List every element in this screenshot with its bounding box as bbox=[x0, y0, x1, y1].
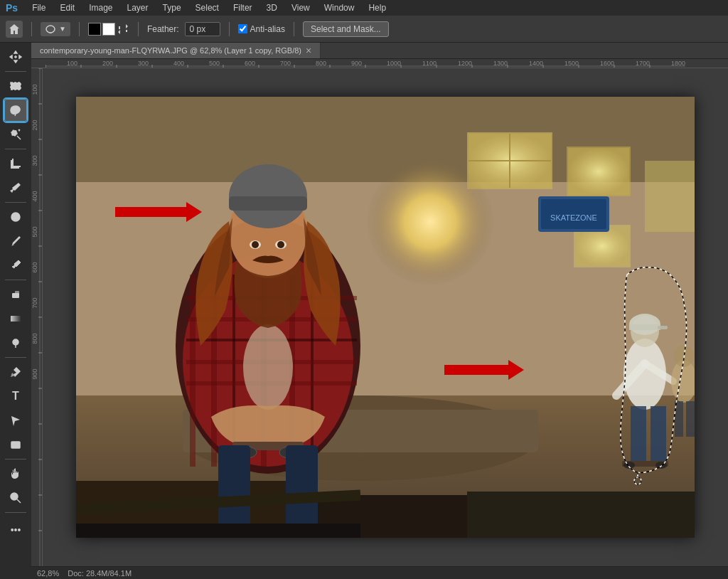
svg-text:200: 200 bbox=[102, 60, 113, 67]
healing-brush-tool-button[interactable] bbox=[4, 206, 27, 228]
svg-point-116 bbox=[243, 324, 293, 410]
tool-separator-1 bbox=[5, 71, 26, 72]
brush-tool-button[interactable] bbox=[4, 230, 27, 253]
tool-separator-3 bbox=[5, 202, 26, 203]
svg-text:1800: 1800 bbox=[671, 60, 685, 67]
tab-bar: contemporary-young-man-FLQYRWA.JPG @ 62,… bbox=[31, 43, 728, 59]
document-tab[interactable]: contemporary-young-man-FLQYRWA.JPG @ 62,… bbox=[31, 43, 321, 58]
svg-text:1200: 1200 bbox=[458, 60, 472, 67]
svg-rect-10 bbox=[11, 316, 21, 322]
svg-point-11 bbox=[13, 339, 18, 345]
menu-help[interactable]: Help bbox=[365, 1, 389, 14]
svg-rect-89 bbox=[568, 148, 629, 195]
menu-view[interactable]: View bbox=[289, 1, 313, 14]
move-tool-button[interactable] bbox=[4, 46, 27, 68]
tool-separator-6 bbox=[5, 459, 26, 460]
foreground-swatch[interactable] bbox=[88, 23, 101, 36]
feather-input[interactable] bbox=[185, 22, 220, 36]
svg-line-3 bbox=[17, 136, 21, 139]
doc-info: Doc: 28.4M/84.1M bbox=[68, 569, 132, 578]
home-button[interactable] bbox=[6, 21, 23, 38]
svg-rect-135 bbox=[658, 326, 668, 329]
svg-text:700: 700 bbox=[280, 60, 291, 67]
red-arrow-left bbox=[115, 202, 202, 222]
svg-text:400: 400 bbox=[173, 60, 184, 67]
svg-text:1100: 1100 bbox=[422, 60, 437, 67]
color-swatches bbox=[88, 23, 129, 36]
menu-window[interactable]: Window bbox=[321, 1, 358, 14]
tab-filename: contemporary-young-man-FLQYRWA.JPG @ 62,… bbox=[40, 46, 301, 55]
more-tools-button[interactable]: ••• bbox=[4, 519, 27, 541]
lasso-tool-button[interactable] bbox=[4, 99, 27, 122]
clone-stamp-tool-button[interactable] bbox=[4, 254, 27, 277]
svg-text:800: 800 bbox=[316, 60, 326, 67]
svg-rect-91 bbox=[575, 226, 629, 266]
svg-point-145 bbox=[623, 462, 635, 469]
svg-line-15 bbox=[17, 499, 21, 503]
canvas-viewport[interactable]: SKATEZONE bbox=[43, 68, 728, 566]
tool-separator-2 bbox=[5, 149, 26, 149]
type-tool-button[interactable]: T bbox=[4, 385, 27, 408]
shape-tool-button[interactable] bbox=[4, 433, 27, 456]
antialias-option[interactable]: Anti-alias bbox=[238, 24, 285, 34]
svg-text:100: 100 bbox=[31, 84, 38, 95]
svg-rect-143 bbox=[686, 401, 695, 437]
tool-separator-4 bbox=[5, 280, 26, 280]
svg-rect-129 bbox=[76, 524, 360, 538]
main-layout: T bbox=[0, 43, 728, 579]
svg-rect-92 bbox=[645, 161, 695, 232]
svg-text:600: 600 bbox=[31, 262, 38, 272]
svg-text:200: 200 bbox=[31, 119, 38, 130]
menu-edit[interactable]: Edit bbox=[57, 1, 77, 14]
svg-rect-105 bbox=[190, 275, 196, 467]
eyedropper-tool-button[interactable] bbox=[4, 176, 27, 199]
menu-filter[interactable]: Filter bbox=[230, 1, 255, 14]
zoom-tool-button[interactable] bbox=[4, 487, 27, 509]
tool-separator-7 bbox=[5, 512, 26, 513]
svg-text:500: 500 bbox=[209, 60, 220, 67]
menu-image[interactable]: Image bbox=[86, 1, 115, 14]
svg-text:300: 300 bbox=[31, 155, 38, 166]
pen-tool-button[interactable] bbox=[4, 361, 27, 383]
svg-point-126 bbox=[252, 241, 259, 248]
dodge-tool-button[interactable] bbox=[4, 331, 27, 354]
menu-file[interactable]: File bbox=[29, 1, 48, 14]
svg-text:1700: 1700 bbox=[636, 60, 650, 67]
ruler-horizontal: // generated in SVG text below 100 200 3… bbox=[31, 59, 728, 68]
svg-rect-8 bbox=[12, 293, 19, 298]
svg-text:100: 100 bbox=[67, 60, 77, 67]
close-tab-button[interactable]: × bbox=[306, 45, 311, 56]
svg-text:800: 800 bbox=[31, 333, 38, 344]
separator-1 bbox=[31, 22, 32, 36]
svg-text:600: 600 bbox=[245, 60, 255, 67]
hand-tool-button[interactable] bbox=[4, 462, 27, 485]
background-swatch[interactable] bbox=[102, 23, 115, 36]
select-and-mask-button[interactable]: Select and Mask... bbox=[303, 21, 389, 37]
options-bar: ▼ Feather: Anti-alias Select and Mask... bbox=[0, 16, 728, 43]
zoom-level: 62,8% bbox=[37, 569, 59, 578]
svg-text:1400: 1400 bbox=[529, 60, 543, 67]
scroll-area: 100 200 300 400 500 600 700 800 900 bbox=[31, 68, 728, 566]
menu-type[interactable]: Type bbox=[160, 1, 184, 14]
svg-text:300: 300 bbox=[138, 60, 149, 67]
tool-preset-picker[interactable]: ▼ bbox=[41, 22, 70, 36]
svg-text:1300: 1300 bbox=[493, 60, 508, 67]
menu-3d[interactable]: 3D bbox=[264, 1, 280, 14]
separator-4 bbox=[229, 22, 230, 36]
antialias-label: Anti-alias bbox=[250, 24, 285, 34]
quick-select-tool-button[interactable] bbox=[4, 123, 27, 146]
rectangular-marquee-tool-button[interactable] bbox=[4, 75, 27, 97]
antialias-checkbox[interactable] bbox=[238, 24, 247, 33]
svg-text:1500: 1500 bbox=[564, 60, 579, 67]
gradient-tool-button[interactable] bbox=[4, 307, 27, 330]
left-toolbar: T bbox=[0, 43, 31, 579]
swap-colors-btn[interactable] bbox=[117, 23, 129, 36]
svg-rect-101 bbox=[467, 492, 695, 538]
status-bar: 62,8% Doc: 28.4M/84.1M bbox=[31, 566, 728, 579]
path-selection-tool-button[interactable] bbox=[4, 409, 27, 432]
menu-layer[interactable]: Layer bbox=[124, 1, 151, 14]
menu-select[interactable]: Select bbox=[193, 1, 222, 14]
eraser-tool-button[interactable] bbox=[4, 283, 27, 306]
crop-tool-button[interactable] bbox=[4, 152, 27, 175]
svg-text:900: 900 bbox=[351, 60, 362, 67]
